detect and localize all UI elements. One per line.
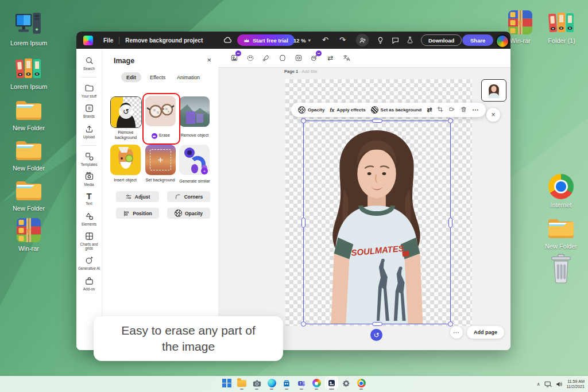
sidebar-item-add-ons[interactable]: Add-on <box>76 276 102 291</box>
resize-handle-nw[interactable] <box>301 118 306 123</box>
taskbar-teams[interactable]: T <box>296 378 307 390</box>
page-header[interactable]: Page 1 - Add title <box>284 69 318 74</box>
computer-icon <box>14 11 43 38</box>
deselect-close-button[interactable]: × <box>486 108 500 122</box>
desktop-icon-winrar[interactable]: Win-rar <box>3 217 54 252</box>
taskbar-camera[interactable] <box>252 378 262 390</box>
taskbar-settings[interactable] <box>341 378 351 390</box>
taskbar-photo-editor-active[interactable] <box>326 378 336 390</box>
zoom-control[interactable]: 12 % ▾ <box>293 32 311 49</box>
frame-icon[interactable] <box>278 54 287 63</box>
resize-handle-e[interactable] <box>448 218 452 228</box>
opacity-button[interactable]: Opacity <box>167 208 210 219</box>
delete-icon[interactable] <box>461 106 467 114</box>
position-button[interactable]: Position <box>116 208 159 219</box>
network-display-icon[interactable] <box>544 381 552 387</box>
add-people-button[interactable] <box>356 34 369 46</box>
adjust-button[interactable]: Adjust <box>116 191 159 202</box>
download-button[interactable]: Download <box>421 34 462 46</box>
taskbar-file-explorer[interactable] <box>237 378 247 390</box>
more-options-icon[interactable]: ⋯ <box>472 106 479 114</box>
animate-premium-icon[interactable] <box>310 54 319 63</box>
cloud-sync-icon[interactable] <box>223 36 232 44</box>
effects-premium-icon[interactable] <box>230 54 238 63</box>
resize-handle-s[interactable] <box>372 322 382 326</box>
comment-icon[interactable] <box>392 37 399 44</box>
erase-icon[interactable] <box>262 54 270 63</box>
desktop-icon-computer[interactable]: Lorem Ipsum <box>3 11 54 46</box>
rotate-handle[interactable]: ↺ <box>370 329 382 341</box>
sidebar-item-templates[interactable]: Templates <box>76 152 102 166</box>
remove-background-icon[interactable] <box>246 54 254 63</box>
lightbulb-icon[interactable] <box>377 36 384 44</box>
sidebar-item-text[interactable]: T Text <box>76 192 102 205</box>
page-thumbnail[interactable] <box>481 79 506 102</box>
speaker-icon[interactable] <box>556 381 563 387</box>
app-header: File Remove background project Start fre… <box>76 32 510 49</box>
tool-insert-object[interactable] <box>110 145 141 175</box>
add-page-button[interactable]: Add page <box>467 326 504 339</box>
resize-handle-se[interactable] <box>448 321 453 327</box>
desktop-icon-binders[interactable]: Folder (1) <box>536 9 587 44</box>
tool-set-background[interactable]: + <box>145 145 176 175</box>
share-button[interactable]: Share <box>462 34 493 46</box>
resize-handle-sw[interactable] <box>301 321 306 327</box>
desktop-icon-folder[interactable]: New Folder <box>3 96 54 131</box>
swap-icon[interactable]: ⇄ <box>326 54 335 63</box>
corners-button[interactable]: Corners <box>167 191 210 202</box>
resize-handle-ne[interactable] <box>448 118 453 123</box>
start-free-trial-button[interactable]: Start free trial <box>237 34 295 46</box>
add-title-placeholder[interactable]: - Add title <box>299 69 317 74</box>
desktop-icon-internet[interactable]: Internet <box>536 173 586 208</box>
taskbar-photos[interactable] <box>311 378 322 390</box>
crop-icon[interactable] <box>437 106 443 114</box>
sidebar-item-upload[interactable]: Upload <box>76 124 102 139</box>
tab-effects[interactable]: Effects <box>145 72 171 82</box>
tool-generate-similar[interactable]: + <box>179 145 210 175</box>
apply-effects-tool[interactable]: fx Apply effects <box>330 107 365 113</box>
taskbar-edge[interactable] <box>266 378 277 390</box>
desktop-icon-trash[interactable] <box>536 253 586 285</box>
desktop-icon-folder[interactable]: New Folder <box>3 137 54 172</box>
sidebar-item-charts-grids[interactable]: Charts and grids <box>76 231 102 250</box>
set-as-background-tool[interactable]: Set as background <box>371 106 422 114</box>
desktop-icon-folder[interactable]: New Folder <box>536 215 586 250</box>
tool-remove-background[interactable]: ↺ <box>110 96 142 128</box>
taskbar-chrome[interactable] <box>356 378 366 390</box>
sidebar-item-media[interactable]: Media <box>76 172 102 187</box>
sidebar-item-generative-ai[interactable]: Generative AI <box>76 255 102 270</box>
translate-icon[interactable] <box>342 54 351 63</box>
desktop-icon-binders[interactable]: Lorem Ipsum <box>3 55 54 90</box>
tab-animation[interactable]: Animation <box>172 72 205 82</box>
resize-handle-w[interactable] <box>301 218 305 228</box>
sidebar-item-elements[interactable]: Elements <box>76 211 102 226</box>
taskbar-store[interactable] <box>281 378 292 390</box>
sidebar-item-search[interactable]: Search <box>76 56 102 71</box>
set-background-icon <box>371 106 378 114</box>
page-more-options-button[interactable]: ⋯ <box>450 326 463 339</box>
image-selection[interactable]: SOULMATES <box>303 121 451 324</box>
profile-frame-icon[interactable] <box>294 54 303 63</box>
tray-chevron-icon[interactable]: ∧ <box>537 382 540 387</box>
undo-button[interactable]: ↶ <box>322 36 328 44</box>
sliders-icon <box>125 193 132 200</box>
opacity-tool[interactable]: Opacity <box>298 106 324 114</box>
start-button[interactable] <box>222 378 232 390</box>
tool-remove-object[interactable] <box>179 96 210 127</box>
beta-flask-icon[interactable] <box>407 36 413 44</box>
sidebar-item-brands[interactable]: B Brands <box>76 103 102 118</box>
swap-icon[interactable]: ⇄ <box>427 106 432 114</box>
resize-handle-n[interactable] <box>372 119 382 123</box>
flip-icon[interactable] <box>448 106 455 114</box>
align-icon <box>123 210 130 217</box>
project-title[interactable]: Remove background project <box>125 37 203 44</box>
taskbar-clock[interactable]: 11:59 AM 11/2/2021 <box>567 379 585 390</box>
adobe-express-logo-icon[interactable] <box>83 36 93 45</box>
redo-button[interactable]: ↷ <box>339 36 346 44</box>
file-menu[interactable]: File <box>103 37 113 44</box>
desktop-icon-folder[interactable]: New Folder <box>3 177 54 212</box>
panel-close-icon[interactable]: × <box>207 56 211 64</box>
tab-edit[interactable]: Edit <box>121 72 141 82</box>
user-avatar[interactable] <box>496 34 509 48</box>
sidebar-item-your-stuff[interactable]: Your stuff <box>76 83 102 98</box>
